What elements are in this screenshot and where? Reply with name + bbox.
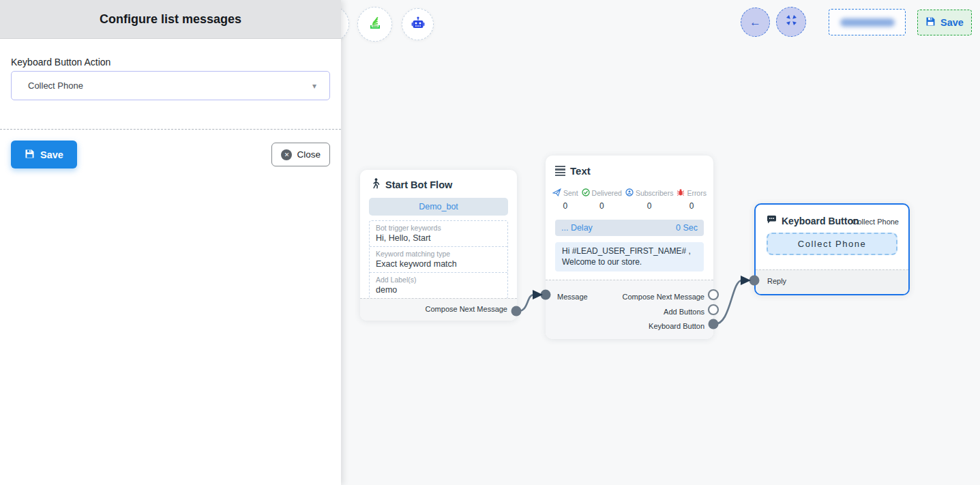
node-footer: Message Compose Next Message Add Buttons… <box>546 280 713 339</box>
delay-row[interactable]: ... Delay 0 Sec <box>555 220 704 236</box>
save-label: Save <box>40 149 63 160</box>
output-port-label: Compose Next Message <box>426 305 507 313</box>
configure-panel: Configure list messages Keyboard Button … <box>0 0 341 485</box>
chat-bubble-icon <box>767 215 777 226</box>
chevron-down-icon: ▾ <box>312 81 329 91</box>
fit-view-button[interactable] <box>776 7 806 37</box>
stat-delivered: Delivered 0 <box>582 188 622 211</box>
field-value: Exact keyword match <box>376 259 501 269</box>
field-value: Hi, Hello, Start <box>376 233 501 243</box>
stats-row: Sent 0 Delivered 0 <box>546 188 713 211</box>
flow-save-label: Save <box>940 17 964 28</box>
text-lines-icon <box>555 166 565 176</box>
redacted-action-button[interactable] <box>829 9 906 35</box>
person-circle-icon <box>625 188 634 198</box>
field-label: Bot trigger keywords <box>376 224 501 232</box>
node-title-label: Text <box>570 165 591 177</box>
node-keyboard-button[interactable]: Keyboard Button Collect Phone Collect Ph… <box>754 203 910 295</box>
bot-config-fields: Bot trigger keywords Hi, Hello, Start Ke… <box>369 220 508 299</box>
back-button[interactable]: ← <box>741 8 770 37</box>
stat-value: 0 <box>647 201 652 211</box>
stat-label: Subscribers <box>636 189 673 197</box>
stat-value: 0 <box>599 201 604 211</box>
edge-text-to-keyboard <box>713 280 742 324</box>
stack-flows-button[interactable] <box>357 7 392 42</box>
delay-value: 0 Sec <box>676 223 698 233</box>
flow-canvas[interactable]: ← Save <box>341 0 980 485</box>
field-trigger-keywords[interactable]: Bot trigger keywords Hi, Hello, Start <box>370 221 507 247</box>
message-text: Hi #LEAD_USER_FIRST_NAME# , Welcome to o… <box>562 246 691 267</box>
bot-name-label: Demo_bot <box>419 202 458 211</box>
stat-errors: Errors 0 <box>677 188 707 211</box>
node-start-bot-flow[interactable]: Start Bot Flow Demo_bot Bot trigger keyw… <box>360 170 517 321</box>
panel-title: Configure list messages <box>100 12 241 27</box>
delay-label: ... Delay <box>561 223 593 233</box>
output-port-label: Compose Next Message <box>623 293 704 301</box>
collect-phone-button[interactable]: Collect Phone <box>767 233 897 255</box>
field-matching-type[interactable]: Keyword matching type Exact keyword matc… <box>370 247 507 273</box>
stat-value: 0 <box>563 201 567 211</box>
collect-phone-label: Collect Phone <box>798 239 866 249</box>
input-port-label: Reply <box>767 277 786 285</box>
field-label: Keyword matching type <box>376 250 501 258</box>
compress-icon <box>786 14 797 29</box>
stat-sent: Sent 0 <box>552 188 578 211</box>
close-label: Close <box>297 149 321 160</box>
node-text-message[interactable]: Text Sent 0 <box>546 156 713 339</box>
stat-label: Errors <box>687 189 707 197</box>
edge-start-to-text <box>516 295 534 311</box>
output-port-label: Add Buttons <box>664 308 704 316</box>
message-preview[interactable]: Hi #LEAD_USER_FIRST_NAME# , Welcome to o… <box>555 242 704 271</box>
stat-subscribers: Subscribers 0 <box>625 188 673 211</box>
select-value: Collect Phone <box>12 80 312 91</box>
divider <box>0 129 341 130</box>
back-arrow-icon: ← <box>749 16 761 29</box>
node-title-label: Start Bot Flow <box>385 179 452 190</box>
flow-save-button[interactable]: Save <box>917 10 972 35</box>
floppy-icon <box>925 16 936 29</box>
bug-icon <box>677 188 685 198</box>
stat-value: 0 <box>689 201 694 211</box>
node-footer: Compose Next Message <box>360 298 517 321</box>
check-circle-icon <box>582 188 590 198</box>
walking-person-icon <box>371 178 381 191</box>
node-title-label: Keyboard Button <box>782 216 859 226</box>
keyboard-action-label: Keyboard Button Action <box>11 57 110 68</box>
stat-label: Delivered <box>592 189 622 197</box>
edge-arrowhead <box>741 276 751 285</box>
keyboard-action-label: Collect Phone <box>852 218 900 226</box>
stack-icon <box>368 16 383 33</box>
field-value: demo <box>376 285 501 295</box>
redacted-label <box>840 18 895 27</box>
save-button[interactable]: Save <box>11 141 77 168</box>
panel-header: Configure list messages <box>0 0 341 39</box>
paper-plane-icon <box>552 188 561 198</box>
bot-button[interactable] <box>402 8 434 40</box>
field-label: Add Label(s) <box>376 276 501 284</box>
stat-label: Sent <box>563 189 578 197</box>
close-icon: ✕ <box>281 149 292 160</box>
input-port-label: Message <box>557 293 588 301</box>
floppy-icon <box>25 149 35 161</box>
robot-icon <box>410 15 426 34</box>
bot-name-pill[interactable]: Demo_bot <box>369 198 508 216</box>
node-footer: Reply <box>756 269 908 294</box>
output-port-label: Keyboard Button <box>649 322 704 330</box>
edge-arrowhead <box>533 290 543 299</box>
field-add-labels[interactable]: Add Label(s) demo <box>370 273 507 298</box>
keyboard-action-select[interactable]: Collect Phone ▾ <box>11 71 330 100</box>
close-button[interactable]: ✕ Close <box>271 143 330 166</box>
